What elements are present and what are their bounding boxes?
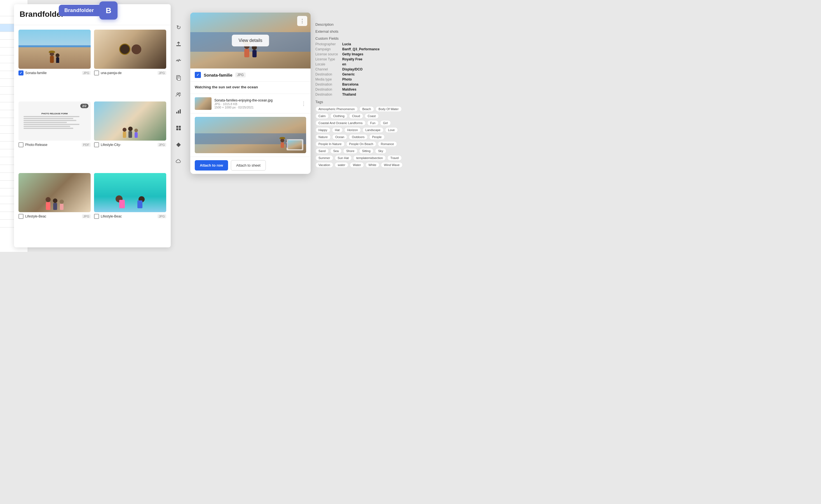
diamond-icon[interactable] bbox=[173, 140, 183, 150]
tag-nature[interactable]: Nature bbox=[315, 134, 331, 140]
asset-name: Lifestyle-Beac bbox=[101, 214, 122, 218]
field-value: Getty Images bbox=[342, 52, 363, 56]
asset-checkbox[interactable] bbox=[18, 70, 23, 75]
tag-sea[interactable]: Sea bbox=[330, 148, 342, 154]
tag-romance[interactable]: Romance bbox=[378, 141, 397, 147]
field-value: Generic bbox=[342, 72, 355, 76]
description-title: Watching the sun set over the ocean bbox=[195, 85, 306, 89]
asset-footer: Photo-Release PDF bbox=[18, 142, 91, 147]
file-type: JPG bbox=[215, 102, 220, 106]
tag-summer[interactable]: Summer bbox=[315, 155, 333, 161]
tag-people-on-beach[interactable]: People On Beach bbox=[346, 141, 376, 147]
field-label: License source bbox=[315, 52, 341, 56]
asset-thumbnail[interactable] bbox=[18, 30, 91, 69]
tag-water-upper[interactable]: Water bbox=[350, 162, 364, 168]
tag-sand[interactable]: Sand bbox=[315, 148, 329, 154]
asset-checkbox[interactable] bbox=[94, 70, 99, 75]
field-photographer: Photographer Lucia bbox=[315, 42, 405, 46]
action-row: Attach to row Attach to sheet bbox=[190, 157, 311, 174]
file-more-button[interactable]: ⋮ bbox=[301, 101, 306, 107]
file-row: Sonata-families-enjoying-the-ocean.jpg J… bbox=[190, 94, 311, 113]
field-label: License Type bbox=[315, 57, 341, 61]
field-license-type: License Type Royalty Free bbox=[315, 57, 405, 61]
svg-rect-8 bbox=[178, 110, 179, 113]
asset-detail-checkbox[interactable] bbox=[195, 72, 201, 78]
list-item: Sonata-familie JPG bbox=[18, 30, 91, 98]
field-value: en bbox=[342, 62, 346, 66]
field-label: Campaign bbox=[315, 47, 341, 51]
tag-clothing[interactable]: Clothing bbox=[330, 113, 348, 119]
file-thumbnail bbox=[195, 97, 212, 110]
asset-detail-name: Sonata-familie bbox=[204, 73, 233, 77]
tag-vacation[interactable]: Vacation bbox=[315, 162, 333, 168]
list-item: una-pareja-de JPG bbox=[94, 30, 166, 98]
tag-cloud[interactable]: Cloud bbox=[349, 113, 363, 119]
tag-sun-hat[interactable]: Sun Hat bbox=[335, 155, 352, 161]
tag-people[interactable]: People bbox=[369, 134, 385, 140]
people-icon[interactable] bbox=[173, 89, 183, 100]
tag-love[interactable]: Love bbox=[385, 127, 398, 133]
chart-icon[interactable] bbox=[173, 106, 183, 116]
asset-thumbnail[interactable]: PHOTO RELEASE FORM 2/2 bbox=[18, 101, 91, 141]
tag-white[interactable]: White bbox=[365, 162, 379, 168]
asset-type: JPG bbox=[82, 214, 91, 218]
tag-coast[interactable]: Coast bbox=[365, 113, 379, 119]
tag-travel[interactable]: Travel bbox=[387, 155, 402, 161]
tag-people-in-nature[interactable]: People In Nature bbox=[315, 141, 345, 147]
tag-landscape[interactable]: Landscape bbox=[362, 127, 384, 133]
field-value: Photo bbox=[342, 77, 352, 81]
asset-thumbnail[interactable] bbox=[94, 30, 166, 69]
field-label: Channel bbox=[315, 67, 341, 71]
tag-sky[interactable]: Sky bbox=[375, 148, 386, 154]
tag-atmospheric-phenomenon[interactable]: Atmospheric Phenomenon bbox=[315, 106, 358, 112]
grid-icon[interactable] bbox=[173, 123, 183, 133]
activity-icon[interactable] bbox=[173, 56, 183, 66]
asset-footer: Lifestyle-Beac JPG bbox=[18, 214, 91, 219]
tag-fun[interactable]: Fun bbox=[367, 120, 379, 126]
asset-more-button[interactable]: ⋮ bbox=[297, 16, 307, 26]
asset-thumbnail[interactable] bbox=[94, 101, 166, 141]
view-details-button[interactable]: View details bbox=[232, 35, 269, 46]
svg-rect-0 bbox=[176, 45, 181, 46]
tag-wind-wave[interactable]: Wind Wave bbox=[381, 162, 403, 168]
description-section: Watching the sun set over the ocean bbox=[190, 82, 311, 94]
upload-icon[interactable] bbox=[173, 39, 183, 49]
asset-thumbnail[interactable] bbox=[18, 173, 91, 212]
documents-icon[interactable] bbox=[173, 73, 183, 83]
asset-info-row: Sonata-familie JPG bbox=[190, 68, 311, 82]
file-meta: JPG · 1015.8 KB bbox=[215, 102, 298, 106]
tag-coastal-oceanic[interactable]: Coastal And Oceanic Landforms bbox=[315, 120, 366, 126]
tag-templatemidsection[interactable]: templatemidsection bbox=[353, 155, 386, 161]
asset-footer: una-pareja-de JPG bbox=[94, 70, 166, 75]
svg-rect-9 bbox=[180, 109, 181, 113]
tag-ocean[interactable]: Ocean bbox=[332, 134, 347, 140]
asset-checkbox[interactable] bbox=[18, 214, 23, 219]
asset-checkbox[interactable] bbox=[94, 142, 99, 147]
refresh-icon[interactable]: ↻ bbox=[173, 22, 183, 32]
asset-name: una-pareja-de bbox=[101, 71, 122, 75]
tag-horizon[interactable]: Horizon bbox=[344, 127, 361, 133]
field-value: Lucia bbox=[342, 42, 351, 46]
tag-happy[interactable]: Happy bbox=[315, 127, 331, 133]
file-size: 1015.8 KB bbox=[223, 102, 237, 106]
asset-checkbox[interactable] bbox=[94, 214, 99, 219]
svg-marker-14 bbox=[176, 143, 181, 147]
tag-beach[interactable]: Beach bbox=[359, 106, 374, 112]
tag-girl[interactable]: Girl bbox=[380, 120, 391, 126]
attach-to-row-button[interactable]: Attach to row bbox=[195, 160, 228, 171]
tag-calm[interactable]: Calm bbox=[315, 113, 329, 119]
tag-hat[interactable]: Hat bbox=[332, 127, 343, 133]
asset-thumbnail[interactable] bbox=[94, 173, 166, 212]
svg-rect-7 bbox=[176, 112, 177, 113]
tag-body-of-water[interactable]: Body Of Water bbox=[376, 106, 402, 112]
asset-checkbox[interactable] bbox=[18, 142, 23, 147]
cloud-icon[interactable] bbox=[173, 157, 183, 167]
field-locale: Locale en bbox=[315, 62, 405, 66]
tag-sitting[interactable]: Sitting bbox=[359, 148, 374, 154]
tag-water-lower[interactable]: water bbox=[335, 162, 348, 168]
field-label: Destination bbox=[315, 93, 341, 96]
tag-shore[interactable]: Shore bbox=[343, 148, 357, 154]
attach-to-sheet-button[interactable]: Attach to sheet bbox=[231, 160, 266, 171]
field-value: Maldives bbox=[342, 87, 357, 91]
tag-outdoors[interactable]: Outdoors bbox=[349, 134, 367, 140]
